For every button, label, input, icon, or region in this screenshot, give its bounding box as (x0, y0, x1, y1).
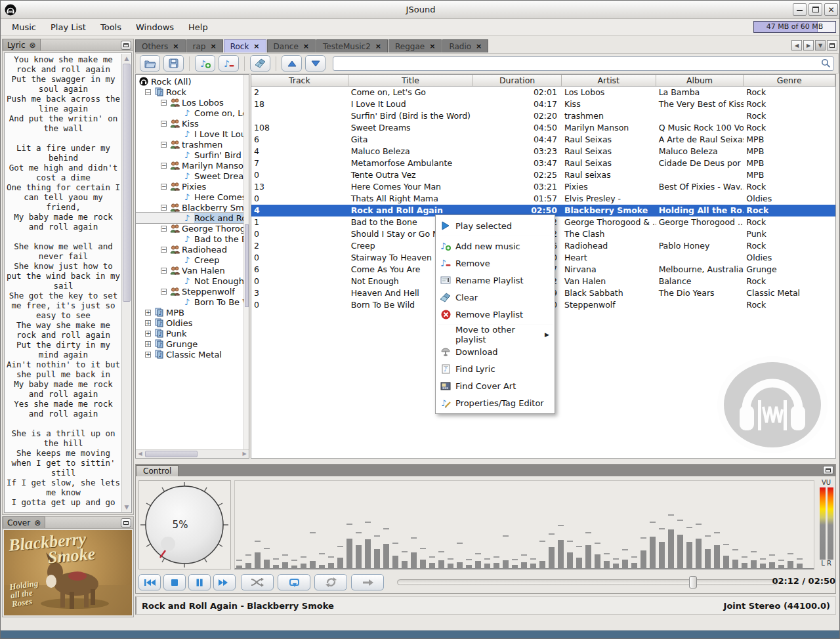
table-row[interactable]: 13Here Comes Your Man03:21PixiesBest Of … (251, 181, 835, 193)
tree-toggle-icon[interactable]: + (145, 320, 151, 326)
shuffle-button[interactable] (241, 574, 274, 590)
scrollbar-thumb[interactable] (123, 64, 131, 302)
tree-song[interactable]: ♪I Love It Loud (136, 129, 243, 139)
menu-music[interactable]: Music (5, 20, 43, 35)
tab-close-icon[interactable]: × (253, 42, 259, 51)
context-menu-item-rename-playlist[interactable]: Rename Playlist (436, 272, 555, 289)
column-header-artist[interactable]: Artist (562, 75, 656, 86)
playlist-tab-testemusic2[interactable]: TesteMusic2× (316, 39, 388, 52)
tree-song[interactable]: ♪Rock and Roll Again (136, 213, 243, 223)
cover-tab[interactable]: Cover ⊗ (3, 516, 45, 528)
tree-playlist-oldies[interactable]: +♪Oldies (136, 318, 243, 328)
loop-button[interactable] (278, 574, 310, 590)
tree-playlist-grunge[interactable]: +♪Grunge (136, 339, 243, 349)
tree-song[interactable]: ♪Come on, Let's Go (136, 108, 243, 118)
tab-close-icon[interactable]: × (476, 42, 482, 51)
tree-song[interactable]: ♪Born To Be Wild (136, 297, 243, 307)
move-up-button[interactable] (282, 55, 302, 72)
tree-song[interactable]: ♪Bad to the Bone (136, 234, 243, 244)
column-header-genre[interactable]: Genre (744, 75, 835, 86)
tree-toggle-icon[interactable]: + (145, 341, 151, 347)
menu-help[interactable]: Help (181, 20, 215, 35)
tab-close-icon[interactable]: × (375, 42, 381, 51)
previous-button[interactable] (138, 574, 161, 590)
table-row[interactable]: 108Sweet Dreams04:50Marilyn MansonQ Musi… (251, 122, 835, 134)
tree-playlist-rock[interactable]: −♪Rock (136, 87, 243, 97)
tree-artist[interactable]: −Kiss (136, 118, 243, 129)
tree-song[interactable]: ♪Creep (136, 255, 243, 265)
move-down-button[interactable] (305, 55, 326, 72)
search-input[interactable] (333, 56, 834, 71)
tree-toggle-icon[interactable]: − (145, 89, 151, 95)
stop-button[interactable] (163, 574, 186, 590)
tree-toggle-icon[interactable]: − (161, 247, 167, 253)
tree-artist[interactable]: −Marilyn Manson (136, 160, 243, 171)
tree-song[interactable]: ♪Surfin' Bird (136, 150, 243, 160)
tab-close-icon[interactable]: × (173, 42, 178, 51)
tree-playlist-mpb[interactable]: +♪MPB (136, 307, 243, 318)
scroll-right-icon[interactable]: ▶ (803, 40, 814, 51)
menu-windows[interactable]: Windows (129, 20, 181, 35)
repeat-button[interactable] (314, 574, 347, 590)
tree-horizontal-scrollbar[interactable]: ◀ ▶ (136, 449, 249, 458)
tree-song[interactable]: ♪Not Enough (136, 276, 243, 286)
tab-list-dropdown-icon[interactable]: ▼ (815, 40, 826, 51)
context-menu-item-remove[interactable]: ♪Remove (436, 255, 555, 272)
tree-toggle-icon[interactable]: − (161, 226, 167, 232)
context-menu-item-find-cover-art[interactable]: Find Cover Art (436, 377, 555, 394)
memory-monitor[interactable]: 47 MB of 60 MB (753, 21, 836, 33)
minimize-button[interactable] (793, 3, 807, 16)
tab-close-icon[interactable]: × (429, 42, 435, 51)
control-minimize-button[interactable] (823, 466, 833, 474)
playlist-tab-others[interactable]: Others× (135, 39, 186, 52)
cover-close-icon[interactable]: ⊗ (34, 518, 41, 527)
column-header-album[interactable]: Album (656, 75, 744, 86)
tab-close-icon[interactable]: × (210, 42, 216, 51)
context-menu-item-find-lyric[interactable]: ♪Find Lyric (436, 360, 555, 377)
table-row[interactable]: 0Thats All Right Mama01:57Elvis Presley … (251, 193, 835, 205)
maximize-button[interactable] (808, 3, 822, 16)
scroll-left-icon[interactable]: ◀ (791, 40, 802, 51)
tree-toggle-icon[interactable]: + (145, 310, 151, 316)
add-music-button[interactable]: ♪ (195, 55, 215, 72)
table-row[interactable]: 6Gita04:47Raul SeixasA Arte de Raul Seix… (251, 134, 835, 146)
scroll-left-icon[interactable]: ◀ (136, 450, 144, 458)
menu-play-list[interactable]: Play List (43, 20, 93, 35)
scroll-right-icon[interactable]: ▶ (240, 450, 249, 458)
playlist-tab-rock[interactable]: Rock× (224, 39, 266, 52)
clear-playlist-button[interactable] (250, 55, 270, 72)
column-header-title[interactable]: Title (348, 75, 474, 86)
tree-toggle-icon[interactable]: − (161, 184, 167, 190)
next-button[interactable] (213, 574, 236, 590)
tree-artist[interactable]: −Van Halen (136, 265, 243, 276)
seek-thumb[interactable] (689, 576, 697, 588)
cover-minimize-button[interactable] (121, 518, 131, 527)
tree-toggle-icon[interactable]: − (161, 268, 167, 274)
save-button[interactable] (163, 55, 184, 72)
tree-song[interactable]: ♪Sweet Dreams (136, 171, 243, 181)
tree-artist[interactable]: −Pixies (136, 181, 243, 192)
control-tab[interactable]: Control (136, 465, 178, 476)
context-menu-item-download[interactable]: Download (436, 343, 555, 360)
tree-toggle-icon[interactable]: − (161, 100, 167, 106)
context-menu-item-move-to-other-playlist[interactable]: Move to other playlist▶ (436, 326, 555, 343)
tree-playlist-classic-metal[interactable]: +♪Classic Metal (136, 349, 243, 360)
lyric-minimize-button[interactable] (121, 41, 131, 50)
column-header-duration[interactable]: Duration (473, 75, 562, 86)
scroll-up-icon[interactable]: ▲ (122, 54, 131, 63)
table-row[interactable]: 4Maluco Beleza03:23Raul SeixasMaluco Bel… (251, 146, 835, 157)
close-button[interactable]: ✕ (824, 3, 838, 16)
remove-music-button[interactable]: ♪ (219, 55, 239, 72)
lyric-tab[interactable]: Lyric ⊗ (3, 39, 41, 51)
column-header-track[interactable]: Track (251, 75, 348, 86)
table-row[interactable]: 18I Love It Loud04:17KissThe Very Best o… (251, 98, 835, 110)
tree-toggle-icon[interactable]: − (161, 121, 167, 127)
table-row[interactable]: Surfin' Bird (Bird is the Word)02:20tras… (251, 110, 835, 122)
tree-artist[interactable]: −Los Lobos (136, 97, 243, 108)
table-row[interactable]: 0Tente Outra Vez02:25Raul seixasMPB (251, 169, 835, 181)
scrollbar-thumb[interactable] (145, 451, 198, 457)
tree-toggle-icon[interactable]: − (161, 142, 167, 148)
tree-artist[interactable]: −George Thorogood (136, 223, 243, 234)
open-folder-button[interactable] (140, 55, 160, 72)
context-menu-item-properties-tag-editor[interactable]: ♪Properties/Tag Editor (436, 394, 555, 411)
